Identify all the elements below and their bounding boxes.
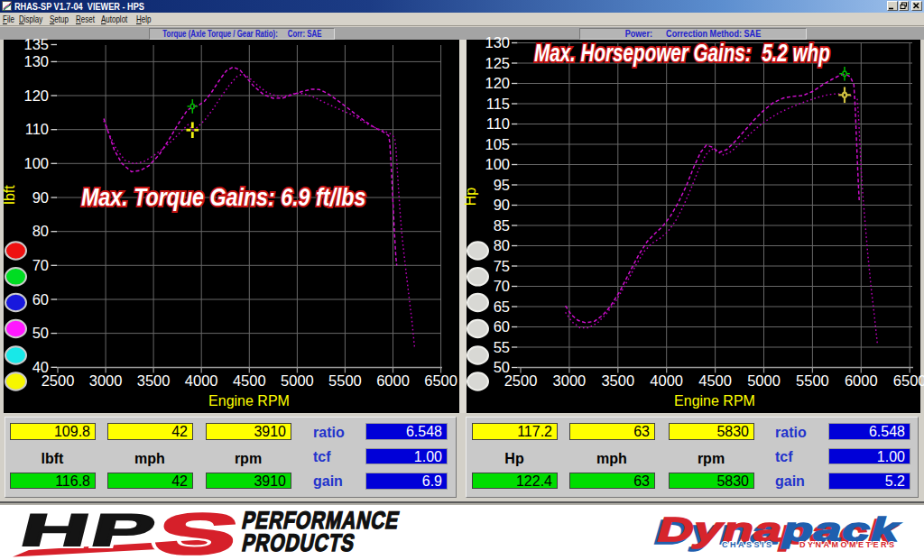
svg-text:6500: 6500 — [424, 372, 457, 389]
svg-text:90: 90 — [494, 197, 510, 213]
svg-text:6000: 6000 — [845, 372, 878, 389]
svg-text:Engine RPM: Engine RPM — [674, 393, 755, 409]
svg-text:100: 100 — [23, 155, 49, 171]
svg-text:75: 75 — [494, 258, 510, 274]
svg-text:5000: 5000 — [281, 372, 314, 389]
svg-text:5000: 5000 — [747, 372, 781, 389]
svg-text:3500: 3500 — [137, 372, 171, 389]
svg-text:CHASSIS: CHASSIS — [722, 540, 774, 549]
svg-text:5500: 5500 — [328, 372, 362, 389]
svg-text:4500: 4500 — [233, 372, 266, 389]
svg-text:S: S — [149, 505, 245, 560]
svg-text:80: 80 — [32, 223, 49, 239]
svg-text:110: 110 — [486, 115, 510, 132]
svg-text:115: 115 — [486, 96, 510, 112]
svg-text:4000: 4000 — [185, 372, 218, 389]
svg-text:3500: 3500 — [601, 372, 634, 389]
svg-text:3000: 3000 — [89, 372, 123, 389]
svg-text:105: 105 — [485, 136, 510, 152]
svg-text:DYNAMOMETERS: DYNAMOMETERS — [799, 540, 897, 549]
svg-text:60: 60 — [494, 318, 510, 335]
svg-text:100: 100 — [485, 156, 510, 172]
svg-text:PRODUCTS: PRODUCTS — [240, 529, 358, 556]
svg-text:110: 110 — [25, 121, 49, 137]
svg-text:130: 130 — [485, 34, 510, 50]
svg-text:90: 90 — [32, 189, 49, 206]
svg-text:65: 65 — [494, 298, 510, 315]
svg-text:6000: 6000 — [376, 372, 410, 389]
svg-text:120: 120 — [23, 87, 49, 104]
svg-text:4500: 4500 — [698, 372, 732, 389]
svg-text:60: 60 — [32, 291, 49, 308]
svg-text:70: 70 — [32, 257, 49, 273]
svg-text:HP: HP — [15, 505, 163, 555]
svg-text:120: 120 — [485, 75, 510, 91]
svg-text:55: 55 — [494, 339, 510, 355]
svg-text:50: 50 — [32, 325, 49, 341]
svg-text:85: 85 — [494, 217, 510, 234]
svg-text:lbft: lbft — [2, 185, 17, 205]
svg-text:2500: 2500 — [42, 372, 75, 389]
svg-text:135: 135 — [23, 36, 49, 52]
svg-text:5500: 5500 — [796, 372, 829, 389]
svg-text:95: 95 — [494, 177, 510, 193]
svg-text:2500: 2500 — [504, 372, 538, 389]
svg-text:Engine RPM: Engine RPM — [208, 393, 290, 409]
svg-text:80: 80 — [494, 237, 510, 253]
svg-text:3000: 3000 — [553, 372, 587, 389]
svg-text:130: 130 — [23, 53, 49, 69]
svg-text:Hp: Hp — [463, 188, 478, 207]
svg-text:70: 70 — [494, 278, 510, 294]
svg-text:125: 125 — [485, 55, 510, 71]
svg-text:6500: 6500 — [893, 372, 924, 389]
svg-text:4000: 4000 — [650, 372, 683, 389]
